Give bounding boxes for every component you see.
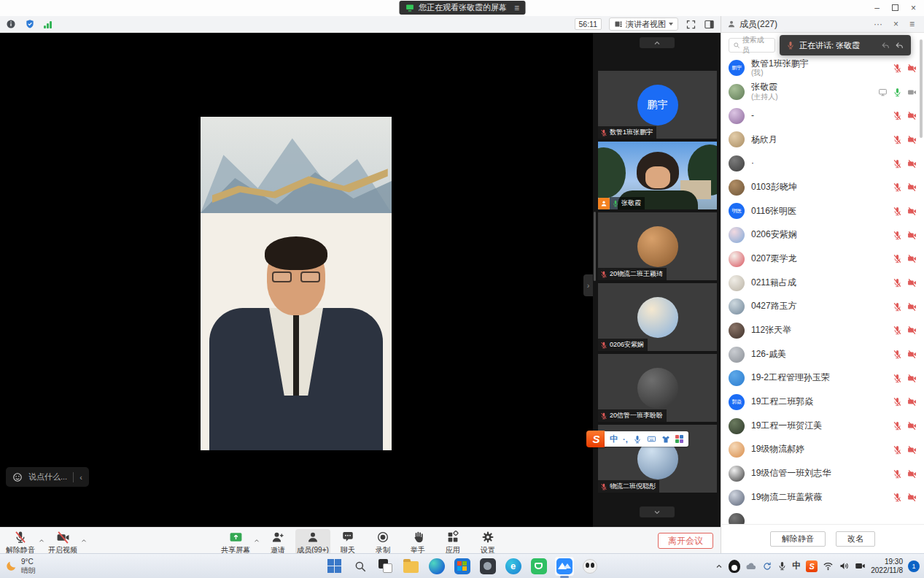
invite-button[interactable]: 邀请 [260,529,295,555]
side-panel-layout-icon[interactable] [704,19,715,30]
collapse-chat-icon[interactable]: ‹ [79,473,82,482]
view-mode-selector[interactable]: 演讲者视图 [609,18,678,31]
notification-badge[interactable]: 1 [908,560,920,572]
taskbar-app-store[interactable] [453,557,472,576]
quick-chat-bar[interactable]: 说点什么... ‹ [6,467,89,487]
member-row[interactable]: 杨欣月 [729,128,917,152]
member-row[interactable]: 112张天举 [729,319,917,343]
cam-off-button[interactable]: 开启视频 [45,529,80,555]
security-shield-icon[interactable] [25,19,35,29]
close-button[interactable]: × [904,0,923,15]
settings-button[interactable]: 设置 [470,529,505,555]
taskbar-app-qq-pet[interactable] [581,557,599,576]
panel-more-icon[interactable]: ··· [870,19,886,29]
video-thumbnail[interactable]: 鹏宇数管1班张鹏宇 [598,71,717,139]
record-button[interactable]: 录制 [365,529,400,555]
tray-wifi[interactable] [823,560,834,571]
member-row[interactable]: 0427路玉方 [729,295,917,319]
chevron-up-icon[interactable] [253,533,260,541]
apps-button[interactable]: 应用 [435,529,470,555]
taskbar-app-e-app[interactable]: e [504,557,523,576]
network-signal-icon[interactable] [44,20,52,28]
member-list-scrollbar[interactable] [920,39,923,138]
emoji-icon[interactable] [12,472,23,482]
taskbar-app-start[interactable] [325,557,344,576]
taskbar-app-explorer[interactable] [402,557,421,576]
member-row[interactable]: 19级信管一班刘志华 [729,462,917,486]
virtual-keyboard-icon[interactable] [647,434,656,444]
banner-menu-icon[interactable]: ≡ [514,3,519,13]
filmstrip-scroll-down[interactable] [640,506,675,517]
member-search-input[interactable]: 搜索成员 [729,38,775,53]
taskbar-app-taskview[interactable] [376,557,395,576]
filmstrip-collapse-handle[interactable]: › [583,274,593,296]
chevron-up-icon[interactable] [38,533,45,541]
leave-meeting-button[interactable]: 离开会议 [658,533,713,549]
chat-button[interactable]: 聊天 [330,529,365,555]
video-thumbnail[interactable]: 0206安紫娴 [598,283,717,351]
panel-close-icon[interactable]: × [890,19,902,29]
chat-input-placeholder[interactable]: 说点什么... [28,471,67,482]
tray-qq[interactable] [729,560,740,573]
taskbar-clock[interactable]: 19:30 2022/11/8 [871,558,903,575]
member-row[interactable]: 19-2工程管理孙玉荣 [729,366,917,390]
unmute-button[interactable]: 解除静音 [770,531,826,547]
member-row[interactable]: 明医0116张明医 [729,199,917,223]
member-row[interactable] [729,509,917,524]
toast-back-icon[interactable] [881,41,890,50]
member-row[interactable]: 19级物流郝婷 [729,438,917,462]
raise-hand-button[interactable]: 举手 [400,529,435,555]
ime-punctuation-mode[interactable]: ·, [623,435,628,444]
member-row[interactable]: - [729,104,917,128]
voice-input-icon[interactable] [633,435,642,444]
ime-toolbox-icon[interactable] [675,435,683,443]
sogou-logo-icon[interactable]: S [586,431,606,447]
chevron-up-icon[interactable] [80,533,88,541]
tray-sogou[interactable]: S [806,560,818,572]
member-row[interactable]: 0103彭晓坤 [729,175,917,199]
mic-muted-button[interactable]: 解除静音 [3,529,38,555]
thumbnail-label: 0206安紫娴 [598,339,648,351]
member-row[interactable]: 0207栗学龙 [729,247,917,271]
filmstrip-scrollbar[interactable] [594,212,596,281]
taskbar-app-green-app[interactable] [529,557,548,576]
tray-ime-lang[interactable]: 中 [792,560,801,572]
taskbar-app-meeting[interactable] [555,557,574,576]
member-avatar [729,108,745,124]
tray-cloud[interactable] [745,560,757,572]
taskbar-app-search[interactable] [351,557,370,576]
minimize-button[interactable]: – [868,0,886,15]
member-row[interactable]: 19工程一班贺江美 [729,414,917,438]
ime-skin-icon[interactable] [661,435,670,444]
share-screen-button[interactable]: 共享屏幕 [218,529,253,555]
filmstrip-scroll-up[interactable] [640,37,675,48]
video-thumbnail[interactable]: 张敬霞 [598,142,717,209]
member-row[interactable]: · [729,152,917,176]
taskbar-weather-widget[interactable]: 9°C 晴朗 [5,558,36,575]
taskbar-app-security[interactable] [478,557,497,576]
member-row[interactable]: 张敬霞(主持人) [729,80,917,104]
member-row[interactable]: 19物流二班盖紫薇 [729,485,917,509]
fullscreen-icon[interactable] [686,19,696,30]
member-row[interactable]: 郭焱19工程二班郭焱 [729,390,917,415]
video-thumbnail[interactable]: 20信管一班李盼盼 [598,354,717,422]
member-row[interactable]: 0211籍占成 [729,271,917,295]
meeting-info-icon[interactable] [6,19,16,29]
ime-language-mode[interactable]: 中 [610,434,618,444]
tray-camera[interactable] [855,560,866,571]
members-button[interactable]: 成员(99+) [295,529,330,555]
video-thumbnail[interactable]: 20物流二班王颖琦 [598,212,717,280]
member-row[interactable]: 126-戚美 [729,342,917,366]
tray-volume[interactable] [839,560,850,571]
watching-banner[interactable]: 您正在观看张敬霞的屏幕 ≡ [399,1,525,15]
member-row[interactable]: 鹏宇数管1班张鹏宇(我) [729,56,917,80]
member-row[interactable]: 0206安紫娴 [729,223,917,247]
panel-menu-icon[interactable]: ≡ [906,19,918,29]
taskbar-app-edge[interactable] [427,557,446,576]
tray-sync[interactable] [762,561,772,571]
rename-button[interactable]: 改名 [836,531,875,547]
tray-mic[interactable] [777,561,787,571]
toast-forward-icon[interactable] [895,41,904,50]
tray-chevron-up[interactable] [715,562,723,571]
maximize-button[interactable] [886,0,904,15]
